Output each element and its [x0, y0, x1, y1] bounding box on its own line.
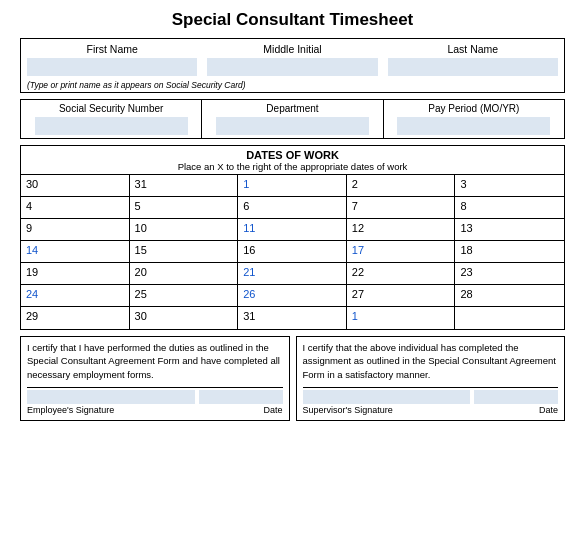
ssn-label: Social Security Number [59, 103, 163, 114]
date-cell[interactable]: 12 [347, 219, 456, 241]
name-row: First Name Middle Initial Last Name [27, 43, 558, 76]
employee-date-label: Date [263, 404, 282, 417]
department-input[interactable] [216, 117, 369, 135]
date-cell[interactable]: 23 [455, 263, 564, 285]
pay-period-label: Pay Period (MO/YR) [428, 103, 519, 114]
dates-section: DATES OF WORK Place an X to the right of… [20, 145, 565, 330]
date-cell[interactable]: 29 [21, 307, 130, 329]
dates-subtitle: Place an X to the right of the appropria… [21, 161, 564, 172]
cert-left-box: I certify that I have performed the duti… [20, 336, 290, 421]
sig-row-right [303, 387, 559, 404]
date-cell[interactable]: 31 [238, 307, 347, 329]
sig-label-row-right: Supervisor's Signature Date [303, 404, 559, 417]
date-cell[interactable]: 21 [238, 263, 347, 285]
page-title: Special Consultant Timesheet [20, 10, 565, 30]
cert-left-text: I certify that I have performed the duti… [27, 341, 283, 381]
date-cell[interactable]: 13 [455, 219, 564, 241]
date-cell[interactable]: 15 [130, 241, 239, 263]
dates-header: DATES OF WORK Place an X to the right of… [21, 146, 564, 175]
sig-label-row-left: Employee's Signature Date [27, 404, 283, 417]
info-row: Social Security Number Department Pay Pe… [20, 99, 565, 139]
date-cell[interactable]: 8 [455, 197, 564, 219]
date-cell[interactable]: 11 [238, 219, 347, 241]
last-name-label: Last Name [447, 43, 498, 55]
sig-row-left [27, 387, 283, 404]
date-cell[interactable]: 17 [347, 241, 456, 263]
cert-right-text: I certify that the above individual has … [303, 341, 559, 381]
first-name-cell: First Name [27, 43, 197, 76]
name-section: First Name Middle Initial Last Name (Typ… [20, 38, 565, 93]
pay-period-input[interactable] [397, 117, 550, 135]
supervisor-sig-label: Supervisor's Signature [303, 404, 393, 417]
date-cell[interactable]: 14 [21, 241, 130, 263]
date-cell[interactable]: 9 [21, 219, 130, 241]
date-cell[interactable]: 31 [130, 175, 239, 197]
date-cell[interactable]: 3 [455, 175, 564, 197]
department-label: Department [266, 103, 318, 114]
supervisor-sig-input[interactable] [303, 390, 471, 404]
date-cell[interactable]: 1 [238, 175, 347, 197]
department-cell: Department [202, 100, 383, 138]
bottom-section: I certify that I have performed the duti… [20, 336, 565, 421]
pay-period-cell: Pay Period (MO/YR) [384, 100, 564, 138]
date-cell[interactable]: 19 [21, 263, 130, 285]
middle-initial-cell: Middle Initial [207, 43, 377, 76]
employee-date-input[interactable] [199, 390, 283, 404]
middle-initial-input[interactable] [207, 58, 377, 76]
last-name-input[interactable] [388, 58, 558, 76]
supervisor-date-input[interactable] [474, 390, 558, 404]
supervisor-date-label: Date [539, 404, 558, 417]
dates-title: DATES OF WORK [21, 149, 564, 161]
date-cell[interactable]: 7 [347, 197, 456, 219]
date-cell[interactable]: 4 [21, 197, 130, 219]
date-cell[interactable]: 1 [347, 307, 456, 329]
ssn-cell: Social Security Number [21, 100, 202, 138]
date-cell[interactable]: 30 [21, 175, 130, 197]
ssn-input[interactable] [35, 117, 188, 135]
date-cell[interactable]: 10 [130, 219, 239, 241]
date-cell[interactable]: 20 [130, 263, 239, 285]
date-cell[interactable]: 2 [347, 175, 456, 197]
date-cell[interactable]: 27 [347, 285, 456, 307]
date-cell[interactable]: 24 [21, 285, 130, 307]
date-cell[interactable]: 26 [238, 285, 347, 307]
date-cell[interactable]: 28 [455, 285, 564, 307]
name-note: (Type or print name as it appears on Soc… [27, 80, 558, 90]
last-name-cell: Last Name [388, 43, 558, 76]
date-cell[interactable]: 25 [130, 285, 239, 307]
employee-sig-label: Employee's Signature [27, 404, 114, 417]
first-name-label: First Name [86, 43, 137, 55]
date-cell[interactable]: 5 [130, 197, 239, 219]
middle-initial-label: Middle Initial [263, 43, 321, 55]
date-cell[interactable]: 16 [238, 241, 347, 263]
dates-grid: 3031123456789101112131415161718192021222… [21, 175, 564, 329]
date-cell[interactable]: 6 [238, 197, 347, 219]
first-name-input[interactable] [27, 58, 197, 76]
date-cell[interactable]: 30 [130, 307, 239, 329]
date-cell[interactable]: 18 [455, 241, 564, 263]
date-cell[interactable] [455, 307, 564, 329]
employee-sig-input[interactable] [27, 390, 195, 404]
cert-right-box: I certify that the above individual has … [296, 336, 566, 421]
date-cell[interactable]: 22 [347, 263, 456, 285]
